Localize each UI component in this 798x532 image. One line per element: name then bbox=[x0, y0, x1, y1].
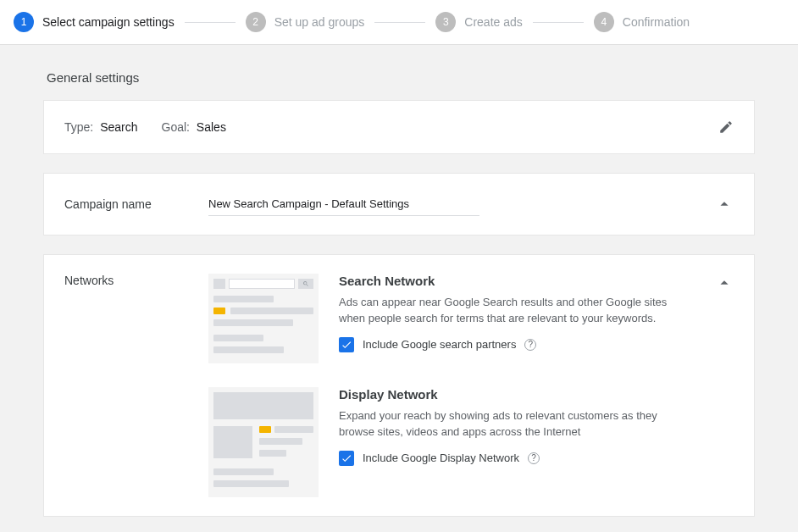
step-number: 2 bbox=[246, 12, 266, 32]
search-network-illustration bbox=[208, 274, 319, 363]
display-network-illustration bbox=[208, 387, 319, 497]
networks-card: Networks Search Network bbox=[43, 254, 755, 517]
display-network-title: Display Network bbox=[339, 387, 678, 402]
step-3[interactable]: 3 Create ads bbox=[435, 12, 522, 32]
campaign-name-input[interactable] bbox=[208, 192, 479, 216]
display-network-label: Include Google Display Network bbox=[363, 452, 519, 464]
goal-value: Sales bbox=[197, 120, 226, 134]
step-label: Select campaign settings bbox=[42, 15, 175, 29]
step-label: Set up ad groups bbox=[274, 15, 365, 29]
section-title: General settings bbox=[47, 70, 755, 85]
chevron-up-icon[interactable] bbox=[715, 274, 734, 292]
search-partners-checkbox[interactable] bbox=[339, 337, 354, 352]
campaign-name-label: Campaign name bbox=[64, 197, 208, 211]
chevron-up-icon[interactable] bbox=[715, 195, 734, 213]
step-2[interactable]: 2 Set up ad groups bbox=[246, 12, 365, 32]
help-icon[interactable]: ? bbox=[528, 452, 540, 464]
search-network-desc: Ads can appear near Google Search result… bbox=[339, 295, 678, 327]
summary-card: Type: Search Goal: Sales bbox=[43, 100, 755, 154]
search-network-title: Search Network bbox=[339, 274, 678, 288]
step-connector bbox=[533, 22, 584, 23]
networks-label: Networks bbox=[64, 274, 208, 287]
type-field: Type: Search bbox=[64, 120, 138, 134]
display-network-desc: Expand your reach by showing ads to rele… bbox=[339, 408, 678, 441]
goal-field: Goal: Sales bbox=[162, 120, 226, 134]
pencil-icon[interactable] bbox=[718, 119, 734, 135]
search-network-block: Search Network Ads can appear near Googl… bbox=[208, 274, 715, 363]
search-partners-label: Include Google search partners bbox=[363, 338, 516, 351]
step-4[interactable]: 4 Confirmation bbox=[594, 12, 690, 32]
step-1[interactable]: 1 Select campaign settings bbox=[14, 12, 175, 32]
type-label: Type: bbox=[64, 120, 93, 134]
step-number: 4 bbox=[594, 12, 614, 32]
help-icon[interactable]: ? bbox=[524, 339, 536, 351]
campaign-name-card: Campaign name bbox=[43, 173, 755, 236]
step-number: 1 bbox=[14, 12, 34, 32]
step-number: 3 bbox=[435, 12, 456, 32]
step-connector bbox=[374, 22, 425, 23]
display-network-checkbox[interactable] bbox=[339, 451, 354, 466]
display-network-block: Display Network Expand your reach by sho… bbox=[208, 387, 715, 497]
step-label: Confirmation bbox=[623, 15, 690, 29]
step-label: Create ads bbox=[464, 15, 522, 29]
type-value: Search bbox=[100, 120, 137, 134]
goal-label: Goal: bbox=[162, 120, 190, 134]
stepper: 1 Select campaign settings 2 Set up ad g… bbox=[0, 0, 798, 45]
step-connector bbox=[185, 22, 236, 23]
